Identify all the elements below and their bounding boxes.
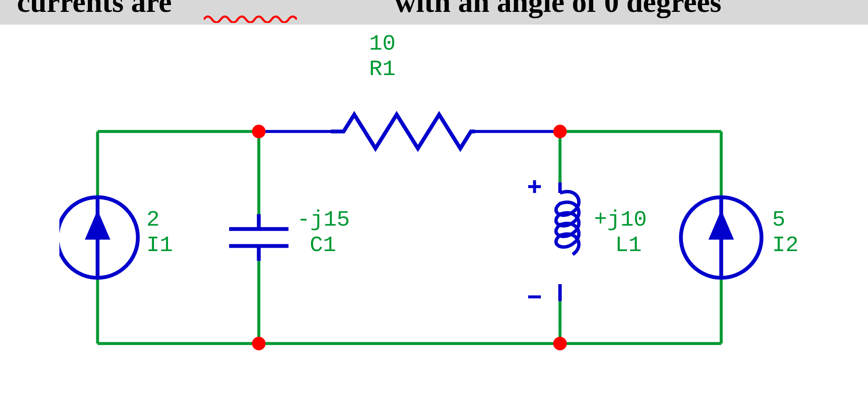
resistor-r1-icon (331, 115, 475, 148)
node-n1-bottom (252, 337, 266, 350)
current-source-i2-icon (681, 197, 762, 278)
c1-name-label: C1 (310, 233, 336, 257)
svg-marker-24 (708, 210, 734, 240)
r1-value-label: 10 (369, 32, 395, 56)
capacitor-c1-icon (229, 214, 288, 261)
i2-name-label: I2 (772, 233, 798, 257)
cropped-text-right: with an angle of 0 degrees (395, 0, 722, 17)
inductor-polarity-marks (528, 180, 541, 297)
node-n2-bottom (553, 337, 567, 350)
i2-value-label: 5 (772, 208, 785, 232)
l1-name-label: L1 (615, 233, 641, 257)
node-n1-top (252, 125, 266, 138)
i1-name-label: I1 (146, 233, 173, 257)
spellcheck-squiggle-icon (204, 14, 297, 23)
node-dots (252, 125, 567, 350)
cropped-header-bar: currents are with an angle of 0 degrees (0, 0, 868, 25)
cropped-text-left: currents are (17, 0, 172, 17)
current-source-i1-icon (59, 197, 138, 278)
c1-value-label: -j15 (297, 208, 350, 232)
r1-name-label: R1 (369, 57, 395, 81)
schematic-canvas: currents are with an angle of 0 degrees (0, 0, 868, 394)
l1-value-label: +j10 (594, 208, 647, 232)
circuit-diagram (59, 47, 815, 377)
i1-value-label: 2 (146, 208, 160, 232)
inductor-l1-icon (556, 182, 579, 301)
svg-marker-21 (85, 210, 110, 240)
node-n2-top (553, 125, 567, 138)
